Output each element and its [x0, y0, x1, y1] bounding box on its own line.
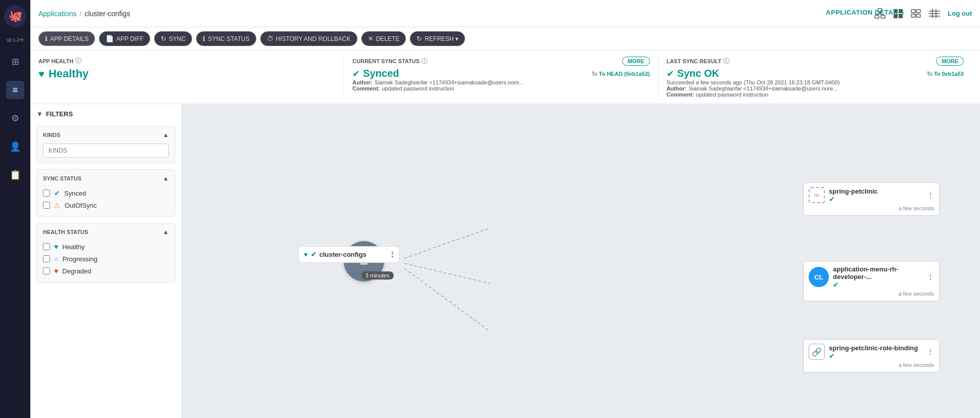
- breadcrumb-separator: /: [80, 10, 82, 18]
- spring-petclinic-role-node[interactable]: 🔗 spring-petclinic-role-binding ✔ ⋮ a fe…: [803, 339, 940, 373]
- health-progressing-row: ○ Progressing: [43, 253, 169, 265]
- delete-button[interactable]: ✕ DELETE: [361, 31, 406, 46]
- spring-petclinic-title: spring-petclinic ✔: [829, 188, 927, 203]
- sync-outofsync-checkbox[interactable]: [43, 202, 50, 209]
- cluster-sync-icon: ✔: [311, 251, 316, 258]
- synced-label: Synced: [64, 190, 86, 197]
- cluster-health-icon: ♥: [304, 251, 308, 258]
- sync-status-chevron-icon: ▲: [163, 175, 169, 182]
- application-menu-title: application-menu-rh-developer-... ✔: [833, 265, 927, 289]
- last-sync-help-icon[interactable]: ⓘ: [723, 57, 729, 66]
- last-sync-more-btn[interactable]: MORE: [936, 57, 964, 66]
- sidebar-version: v2.1.2+t: [7, 37, 23, 42]
- application-menu-icon: CL: [809, 267, 829, 287]
- app-details-label: APPLICATION DETAILS: [826, 9, 904, 16]
- spring-petclinic-role-dots[interactable]: ⋮: [927, 348, 934, 356]
- spring-petclinic-role-check-icon: ✔: [829, 352, 835, 360]
- svg-rect-13: [916, 14, 920, 17]
- filter-funnel-icon: ▼: [36, 110, 43, 118]
- current-sync-status-row: ✔ Synced To To HEAD (0eb1a53): [352, 68, 649, 79]
- app-health-section: APP HEALTH ⓘ ♥ Healthy: [38, 57, 344, 98]
- logout-button[interactable]: Log out: [948, 10, 972, 17]
- cluster-configs-node[interactable]: ♥ ✔ cluster-configs ⋮: [298, 246, 399, 263]
- info-icon: ℹ: [45, 35, 48, 42]
- health-progressing-checkbox[interactable]: [43, 255, 50, 262]
- spring-petclinic-role-title: spring-petclinic-role-binding ✔: [829, 344, 927, 360]
- degraded-label: Degraded: [62, 267, 91, 275]
- spring-petclinic-header: ns spring-petclinic ✔ ⋮: [809, 187, 934, 203]
- cluster-timer-badge: 3 minutes: [361, 271, 394, 280]
- sync-button[interactable]: ↻ SYNC: [154, 31, 192, 46]
- sidebar-item-docs[interactable]: 📋: [6, 166, 24, 184]
- health-status-filter-header[interactable]: HEALTH STATUS ▲: [43, 228, 169, 236]
- refresh-button[interactable]: ↻ REFRESH ▾: [410, 31, 465, 46]
- sync-icon: ↻: [161, 35, 166, 42]
- sync-head-link[interactable]: To HEAD (0eb1a53): [599, 71, 650, 77]
- application-menu-node[interactable]: CL application-menu-rh-developer-... ✔ ⋮…: [803, 261, 940, 301]
- content-area: ▼ FILTERS KINDS ▲ SYNC STATUS ▲ ✔: [30, 104, 980, 418]
- outofsync-status-icon: ⚠: [54, 201, 61, 209]
- svg-line-20: [404, 263, 490, 284]
- info-panel: APP HEALTH ⓘ ♥ Healthy CURRENT SYNC STAT…: [30, 51, 980, 104]
- app-health-label: APP HEALTH ⓘ: [38, 57, 336, 65]
- main-content: Applications / cluster-configs Log out: [30, 0, 980, 418]
- action-toolbar: ℹ APP DETAILS 📄 APP DIFF ↻ SYNC ℹ SYNC S…: [30, 27, 980, 51]
- sync-synced-checkbox[interactable]: [43, 190, 50, 197]
- table-view-icon[interactable]: [927, 7, 942, 21]
- current-sync-section: CURRENT SYNC STATUS ⓘ MORE ✔ Synced To T…: [344, 57, 658, 98]
- application-menu-header: CL application-menu-rh-developer-... ✔ ⋮: [809, 265, 934, 289]
- svg-rect-11: [916, 10, 920, 13]
- app-health-status: ♥ Healthy: [38, 67, 336, 80]
- spring-petclinic-node[interactable]: ns spring-petclinic ✔ ⋮ a few seconds: [803, 182, 940, 216]
- syncok-check-icon: ✔: [667, 68, 674, 79]
- application-menu-time: a few seconds: [809, 289, 934, 297]
- filters-header: ▼ FILTERS: [36, 110, 175, 118]
- history-rollback-button[interactable]: ⏱ HISTORY AND ROLLBACK: [260, 31, 357, 46]
- svg-line-21: [404, 268, 490, 332]
- topbar: Applications / cluster-configs Log out: [30, 0, 980, 27]
- health-healthy-checkbox[interactable]: [43, 243, 50, 250]
- last-sync-commit-link[interactable]: To 0eb1a53: [934, 71, 964, 77]
- spring-petclinic-time: a few seconds: [809, 203, 934, 211]
- current-sync-more-btn[interactable]: MORE: [622, 57, 650, 66]
- progressing-label: Progressing: [62, 255, 97, 263]
- app-health-help-icon[interactable]: ⓘ: [75, 57, 81, 65]
- last-sync-author: Author:Siamak Sadeghianfar <1174934+siam…: [667, 85, 964, 91]
- spring-petclinic-dots[interactable]: ⋮: [927, 191, 934, 199]
- application-menu-dots[interactable]: ⋮: [927, 273, 934, 281]
- kinds-filter-input[interactable]: [43, 144, 169, 158]
- last-sync-section: LAST SYNC RESULT ⓘ MORE ✔ Sync OK To To …: [659, 57, 972, 98]
- app-details-button[interactable]: ℹ APP DETAILS: [38, 31, 95, 46]
- sync-to-label: To To HEAD (0eb1a53): [591, 71, 649, 77]
- last-sync-comment: Comment:updated password instruction: [667, 91, 964, 98]
- app-diff-button[interactable]: 📄 APP DIFF: [99, 31, 150, 46]
- svg-line-19: [404, 228, 490, 258]
- last-sync-succeeded: Succeeded a few seconds ago (Thu Oct 28 …: [667, 79, 964, 85]
- sync-status-filter-header[interactable]: SYNC STATUS ▲: [43, 175, 169, 182]
- healthy-label: Healthy: [62, 243, 84, 251]
- sidebar-item-layers[interactable]: ≡: [6, 81, 24, 99]
- sidebar-item-settings[interactable]: ⚙: [6, 109, 24, 127]
- kinds-filter-header[interactable]: KINDS ▲: [43, 131, 169, 138]
- breadcrumb: Applications / cluster-configs: [38, 10, 130, 18]
- last-sync-label: LAST SYNC RESULT ⓘ MORE: [667, 57, 964, 66]
- health-degraded-row: ♥ Degraded: [43, 265, 169, 277]
- list-view-icon[interactable]: [909, 7, 923, 21]
- degraded-icon: ♥: [54, 267, 58, 275]
- settings-icon: ⚙: [11, 113, 19, 124]
- history-icon: ⏱: [267, 35, 273, 42]
- cluster-node-dots[interactable]: ⋮: [389, 250, 396, 258]
- health-degraded-checkbox[interactable]: [43, 267, 50, 274]
- sidebar-item-user[interactable]: 👤: [6, 137, 24, 156]
- outofsync-label: OutOfSync: [65, 202, 97, 209]
- health-healthy-row: ♥ Healthy: [43, 241, 169, 253]
- health-status-filter-section: HEALTH STATUS ▲ ♥ Healthy ○ Progressing …: [36, 223, 175, 283]
- synced-status-icon: ✔: [54, 189, 60, 197]
- last-sync-status-row: ✔ Sync OK To To 0eb1a53: [667, 68, 964, 79]
- current-sync-help-icon[interactable]: ⓘ: [422, 57, 428, 66]
- sidebar-item-grid[interactable]: ⊞: [6, 53, 24, 71]
- sync-status-button[interactable]: ℹ SYNC STATUS: [196, 31, 256, 46]
- breadcrumb-applications-link[interactable]: Applications: [38, 10, 77, 18]
- sidebar-logo: 🐙: [4, 5, 26, 27]
- healthy-heart-icon: ♥: [38, 68, 44, 80]
